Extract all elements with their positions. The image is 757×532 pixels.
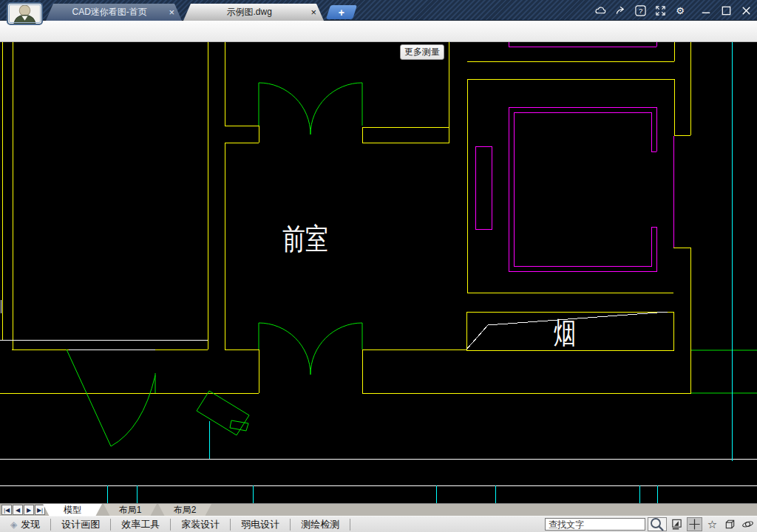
last-sheet-button[interactable]: ▶| (35, 505, 45, 515)
help-icon[interactable]: ? (634, 4, 647, 17)
crosshair-toggle-button[interactable] (687, 517, 702, 531)
layout-nav-buttons: |◀ ◀ ▶ ▶| (1, 505, 46, 515)
floor-plan-drawing: 前室 烟 (0, 42, 757, 503)
menu-item-survey-inspection[interactable]: 测绘检测 (291, 519, 350, 531)
single-door-arc (111, 375, 155, 446)
door-arc (259, 323, 310, 375)
diamond-icon: ◈ (10, 519, 17, 530)
door-symbols (67, 83, 757, 446)
orbit-icon (741, 518, 754, 531)
tab-document-close-icon[interactable]: × (310, 7, 316, 17)
share-icon[interactable] (614, 4, 627, 17)
tab-home-close-icon[interactable]: × (169, 7, 174, 17)
menu-item-label: 发现 (21, 518, 40, 531)
first-sheet-button[interactable]: |◀ (1, 505, 12, 515)
tooltip-more-measure: 更多测量 (400, 44, 444, 60)
cube-3d-icon (724, 518, 736, 531)
elevator-counterweight (475, 146, 492, 229)
search-button[interactable] (648, 517, 667, 531)
cloud-icon[interactable] (594, 4, 607, 17)
drawing-canvas[interactable]: 前室 烟 (0, 42, 757, 503)
tooltip-text: 更多测量 (404, 46, 440, 58)
search-icon (648, 516, 666, 532)
fullscreen-icon[interactable] (654, 4, 667, 17)
maximize-button[interactable] (719, 4, 733, 17)
orbit-view-button[interactable] (740, 517, 756, 531)
sheet-tab-layout2[interactable]: 布局2 (158, 504, 211, 516)
door-arc (259, 83, 310, 134)
plus-icon: + (339, 7, 344, 18)
find-text-input[interactable] (545, 518, 645, 531)
door-arc (310, 323, 362, 375)
minimize-button[interactable] (699, 4, 713, 17)
favorites-button[interactable]: ☆ (705, 517, 720, 531)
single-door-leaf (67, 349, 111, 446)
menu-item-label: 家装设计 (181, 518, 220, 531)
elevator-shapes (475, 42, 673, 271)
axis-lines (107, 42, 732, 503)
search-area: ☆ (545, 516, 756, 532)
window-controls: ? ⚙ (594, 4, 753, 17)
menu-item-home-design[interactable]: 家装设计 (171, 519, 231, 531)
sheet-tab-layout1[interactable]: 布局1 (103, 504, 157, 516)
tab-document-label: 示例图.dwg (195, 6, 303, 18)
menu-item-efficiency-tools[interactable]: 效率工具 (111, 519, 171, 531)
prev-sheet-button[interactable]: ◀ (13, 505, 23, 515)
camera-symbol (197, 391, 249, 435)
background-toggle-button[interactable] (669, 517, 685, 531)
close-button[interactable] (739, 4, 753, 17)
menu-item-label: 设计画图 (61, 518, 100, 531)
elevator-cab (514, 112, 651, 266)
background-toggle-icon (671, 518, 683, 531)
next-sheet-button[interactable]: ▶ (24, 505, 34, 515)
menu-item-label: 测绘检测 (301, 518, 339, 531)
layout-tab-bar: |◀ ◀ ▶ ▶| 模型 布局1 布局2 (0, 503, 757, 516)
room-label: 前室 (282, 222, 328, 256)
cad-viewer-window: CAD迷你看图-首页 × 示例图.dwg × + ? ⚙ (0, 0, 757, 532)
person-icon (9, 4, 41, 24)
smoke-label: 烟 (554, 316, 576, 349)
title-bar: CAD迷你看图-首页 × 示例图.dwg × + ? ⚙ (0, 0, 757, 21)
settings-gear-icon[interactable]: ⚙ (673, 4, 687, 17)
tab-home-label: CAD迷你看图-首页 (58, 6, 161, 18)
menu-item-discover[interactable]: ◈ 发现 (0, 519, 51, 531)
elevator-outer-wall (509, 107, 656, 271)
menu-item-design-draw[interactable]: 设计画图 (51, 519, 111, 531)
door-arc (310, 83, 362, 134)
main-toolbar: PDF ± A (0, 21, 757, 42)
camera-lens (230, 420, 248, 431)
new-tab-button[interactable]: + (326, 5, 357, 19)
tab-home[interactable]: CAD迷你看图-首页 × (46, 4, 182, 21)
menu-item-label: 效率工具 (121, 518, 160, 531)
svg-text:?: ? (638, 7, 642, 15)
menu-item-label: 弱电设计 (241, 518, 279, 531)
crosshair-icon (688, 518, 701, 531)
tab-document[interactable]: 示例图.dwg × (183, 4, 324, 21)
sheet-tab-model[interactable]: 模型 (43, 504, 102, 516)
user-avatar[interactable] (7, 2, 43, 25)
star-icon: ☆ (707, 518, 717, 531)
wall-lines (0, 42, 691, 393)
menu-item-low-voltage-design[interactable]: 弱电设计 (231, 519, 291, 531)
view-3d-button[interactable] (722, 517, 738, 531)
